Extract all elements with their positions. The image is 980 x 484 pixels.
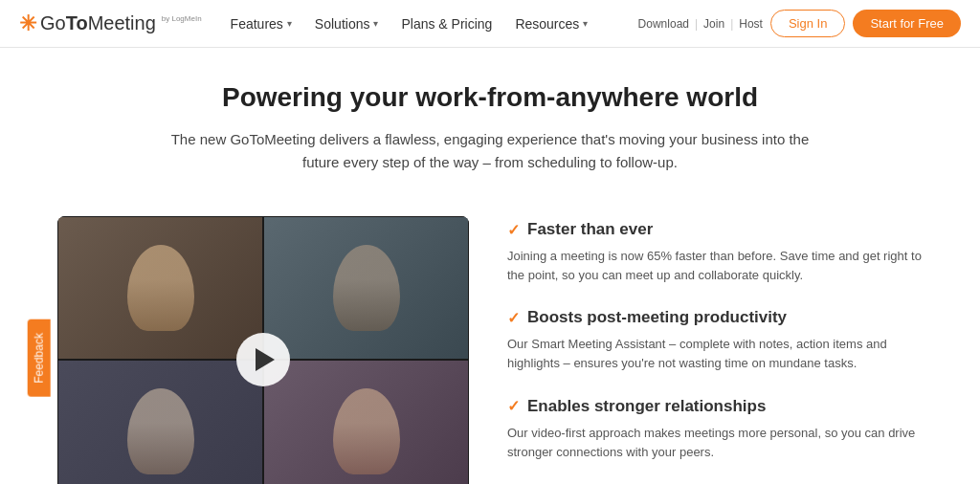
person-silhouette-1 [127,245,194,331]
chevron-down-icon: ▾ [373,18,378,29]
top-links: Download | Join | Host [638,17,763,31]
logo-asterisk-icon: ✳ [19,11,36,36]
feature-title-1: ✓ Faster than ever [507,220,923,239]
chevron-down-icon: ▾ [583,18,588,29]
person-silhouette-2 [333,245,400,331]
download-link[interactable]: Download [638,17,689,31]
play-icon [256,348,275,371]
video-cell-2 [263,216,469,360]
logo-text: GoToMeeting [40,12,156,34]
start-free-button[interactable]: Start for Free [853,10,961,37]
feature-item-3: ✓ Enables stronger relationships Our vid… [507,397,923,462]
feature-item-2: ✓ Boosts post-meeting productivity Our S… [507,308,923,373]
feedback-tab[interactable]: Feedback [28,319,51,397]
signin-button[interactable]: Sign In [770,10,845,37]
main-content: ® GoToMeeting ✓ Faster than ever Joining… [0,193,980,484]
feature-desc-2: Our Smart Meeting Assistant – complete w… [507,335,923,373]
person-silhouette-3 [127,388,194,474]
nav-solutions[interactable]: Solutions ▾ [315,16,379,32]
video-cell-1 [57,216,263,360]
host-link[interactable]: Host [739,17,763,31]
nav-resources[interactable]: Resources ▾ [515,16,588,32]
nav-features[interactable]: Features ▾ [231,16,292,32]
features-list: ✓ Faster than ever Joining a meeting is … [507,216,923,462]
feature-title-3: ✓ Enables stronger relationships [507,397,923,416]
feature-item-1: ✓ Faster than ever Joining a meeting is … [507,220,923,285]
video-container[interactable]: ® GoToMeeting [57,216,469,484]
feature-desc-3: Our video-first approach makes meetings … [507,424,923,462]
hero-title: Powering your work-from-anywhere world [19,82,961,113]
chevron-down-icon: ▾ [287,18,292,29]
check-icon-1: ✓ [507,221,520,239]
video-cell-3 [57,360,263,484]
video-cell-4 [263,360,469,484]
nav-menu: Features ▾ Solutions ▾ Plans & Pricing R… [231,16,589,32]
feature-desc-1: Joining a meeting is now 65% faster than… [507,247,923,285]
nav-left: ✳ GoToMeeting by LogMeIn Features ▾ Solu… [19,11,588,36]
logo[interactable]: ✳ GoToMeeting by LogMeIn [19,11,202,36]
check-icon-3: ✓ [507,397,520,415]
navbar: ✳ GoToMeeting by LogMeIn Features ▾ Solu… [0,0,980,48]
hero-subtitle: The new GoToMeeting delivers a flawless,… [155,128,825,174]
nav-plans-pricing[interactable]: Plans & Pricing [401,16,492,32]
logo-byline: by LogMeIn [162,15,202,23]
join-link[interactable]: Join [703,17,724,31]
nav-right: Download | Join | Host Sign In Start for… [638,10,961,37]
person-silhouette-4 [333,388,400,474]
hero-section: Powering your work-from-anywhere world T… [0,48,980,193]
check-icon-2: ✓ [507,309,520,327]
play-button[interactable] [236,333,290,386]
feature-title-2: ✓ Boosts post-meeting productivity [507,308,923,327]
